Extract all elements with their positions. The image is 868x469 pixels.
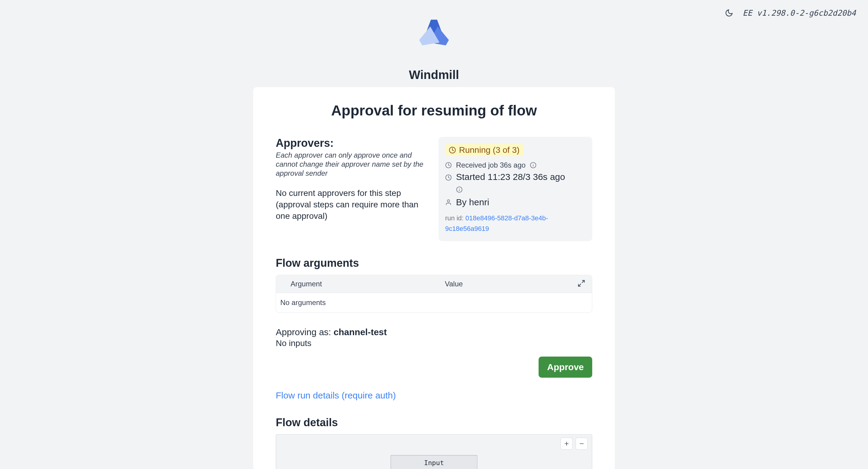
svg-point-12 (447, 200, 450, 202)
info-icon[interactable] (456, 186, 463, 193)
approve-button[interactable]: Approve (538, 356, 592, 378)
by-user: henri (469, 197, 489, 207)
status-panel: Running (3 of 3) Received job 36s ago St… (438, 137, 592, 241)
approving-as-name: channel-test (334, 327, 387, 337)
info-icon[interactable] (530, 162, 536, 168)
run-id-row: run id: 018e8496-5828-d7a8-3e4b-9c18e56a… (445, 213, 586, 234)
clock-icon (449, 147, 456, 154)
page-title: Approval for resuming of flow (276, 102, 592, 119)
received-text: Received job 36s ago (456, 161, 526, 169)
flow-arguments-heading: Flow arguments (276, 257, 592, 270)
plus-icon (564, 441, 569, 447)
zoom-in-button[interactable] (561, 438, 572, 450)
col-value: Value (445, 280, 571, 288)
status-badge-text: Running (3 of 3) (459, 145, 520, 155)
brand-block: Windmill (407, 11, 461, 82)
approving-as-prefix: Approving as: (276, 327, 334, 337)
col-argument: Argument (276, 280, 445, 288)
flow-details-heading: Flow details (276, 416, 592, 429)
received-line: Received job 36s ago (445, 161, 586, 169)
maximize-icon (578, 279, 585, 287)
run-id-label: run id: (445, 214, 465, 222)
svg-line-13 (582, 281, 584, 283)
by-prefix: By (456, 197, 469, 207)
zoom-out-button[interactable] (576, 438, 588, 450)
status-badge: Running (3 of 3) (445, 144, 523, 156)
clock-icon (445, 162, 452, 168)
approvers-heading: Approvers: (276, 137, 424, 150)
table-header: Argument Value (276, 275, 592, 293)
no-approvers-text: No current approvers for this step (appr… (276, 187, 424, 222)
started-line: Started 11:23 28/3 36s ago (445, 172, 586, 193)
minus-icon (579, 441, 585, 447)
theme-toggle-button[interactable] (724, 8, 734, 18)
flow-graph[interactable]: Input (276, 434, 592, 469)
clock-icon (445, 174, 452, 181)
approving-as: Approving as: channel-test (276, 327, 592, 337)
user-icon (445, 199, 452, 206)
started-text: Started 11:23 28/3 36s ago (456, 172, 565, 182)
moon-icon (725, 9, 733, 17)
flow-arguments-table: Argument Value No arguments (276, 275, 592, 313)
expand-button[interactable] (571, 279, 592, 288)
svg-line-14 (578, 284, 581, 287)
approvers-hint: Each approver can only approve once and … (276, 151, 424, 178)
flow-run-details-link[interactable]: Flow run details (require auth) (276, 390, 396, 401)
no-arguments-text: No arguments (276, 293, 592, 312)
approval-card: Approval for resuming of flow Approvers:… (253, 87, 615, 469)
windmill-logo-icon (407, 11, 461, 63)
version-text: EE v1.298.0-2-g6cb2d20b4 (743, 8, 856, 18)
no-inputs-text: No inputs (276, 339, 592, 348)
flow-input-node[interactable]: Input (391, 455, 477, 469)
by-line: By henri (445, 197, 586, 207)
brand-name: Windmill (409, 68, 459, 82)
